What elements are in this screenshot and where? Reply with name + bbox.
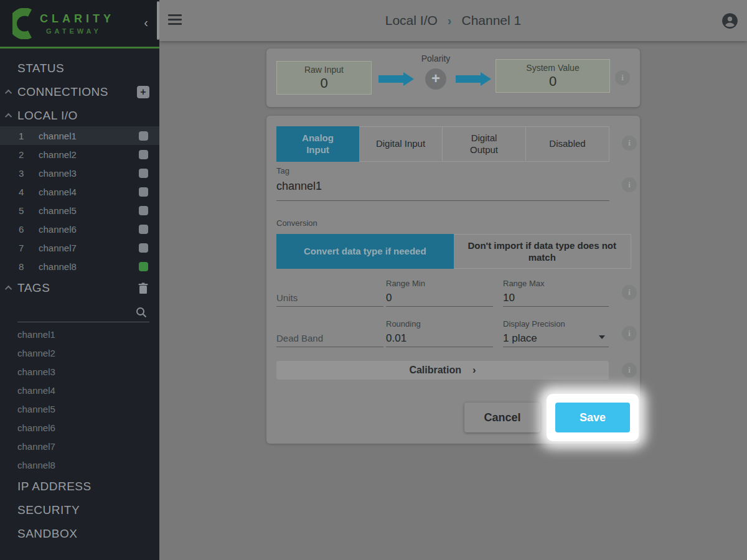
tab-digital-input[interactable]: Digital Input xyxy=(359,127,443,161)
app-root: CLARITY GATEWAY ‹ STATUS CONNECTIONS + L… xyxy=(0,0,747,560)
system-value-value: 0 xyxy=(549,73,557,90)
info-icon[interactable]: i xyxy=(622,177,637,192)
channel-row-6[interactable]: 6 channel6 xyxy=(0,220,159,238)
flow-arrow-icon xyxy=(378,72,414,86)
sidebar-scrollbar[interactable] xyxy=(157,1,159,40)
system-value-label: System Value xyxy=(526,63,579,73)
sidebar-item-ip-address[interactable]: IP ADDRESS xyxy=(0,475,159,498)
tab-analog-input[interactable]: Analog Input xyxy=(276,126,359,162)
tag-list-item[interactable]: channel4 xyxy=(0,381,159,399)
sidebar-item-status[interactable]: STATUS xyxy=(0,57,159,80)
polarity-plus-icon[interactable]: + xyxy=(425,68,446,90)
raw-input-value: 0 xyxy=(320,75,327,91)
sidebar-item-security[interactable]: SECURITY xyxy=(0,498,159,522)
units-field[interactable]: Units xyxy=(276,279,383,307)
channel-status-indicator xyxy=(139,225,148,234)
save-button[interactable]: Save xyxy=(555,403,630,432)
collapse-caret-icon[interactable] xyxy=(5,113,12,120)
sidebar-item-local-io[interactable]: LOCAL I/O xyxy=(0,104,159,128)
cancel-button[interactable]: Cancel xyxy=(464,403,540,432)
channel-row-5[interactable]: 5 channel5 xyxy=(0,201,159,220)
conversion-option-convert[interactable]: Convert data type if needed xyxy=(276,234,454,269)
tag-list-item[interactable]: channel7 xyxy=(0,437,159,455)
channel-status-indicator xyxy=(139,150,148,159)
channel-status-indicator xyxy=(139,206,148,215)
channel-status-indicator xyxy=(139,187,148,197)
channel-row-4[interactable]: 4 channel4 xyxy=(0,182,159,201)
range-max-field[interactable]: Range Max 10 xyxy=(503,279,609,307)
search-input-underline xyxy=(17,322,149,322)
tag-search-field[interactable] xyxy=(0,303,159,322)
top-app-bar: Local I/O › Channel 1 xyxy=(159,0,747,41)
calibration-button[interactable]: Calibration › xyxy=(276,361,609,380)
breadcrumb-current: Channel 1 xyxy=(461,13,521,28)
rounding-field[interactable]: Rounding 0.01 xyxy=(386,319,493,347)
info-icon[interactable]: i xyxy=(622,326,637,341)
info-icon[interactable]: i xyxy=(622,285,637,300)
brand-subtitle: GATEWAY xyxy=(46,27,115,35)
info-icon[interactable]: i xyxy=(622,363,637,378)
menu-icon[interactable] xyxy=(168,14,182,27)
brand-title: CLARITY xyxy=(40,12,115,26)
breadcrumb-parent[interactable]: Local I/O xyxy=(385,13,438,28)
tag-list-item[interactable]: channel5 xyxy=(0,399,159,418)
flow-arrow-icon xyxy=(456,72,491,86)
delete-tags-button[interactable] xyxy=(138,282,148,294)
tab-disabled[interactable]: Disabled xyxy=(526,127,609,161)
tag-field-label: Tag xyxy=(276,166,609,175)
conversion-label: Conversion xyxy=(276,218,317,228)
logo-bar: CLARITY GATEWAY ‹ xyxy=(0,0,159,49)
raw-input-box: Raw Input 0 xyxy=(276,61,372,95)
account-icon[interactable] xyxy=(721,12,738,29)
system-value-box: System Value 0 xyxy=(496,59,610,93)
channel-row-7[interactable]: 7 channel7 xyxy=(0,238,159,257)
tag-list-item[interactable]: channel8 xyxy=(0,455,159,474)
sidebar-item-connections[interactable]: CONNECTIONS + xyxy=(0,80,159,104)
tag-list-item[interactable]: channel6 xyxy=(0,418,159,437)
channel-status-indicator xyxy=(139,243,148,253)
sidebar-collapse-button[interactable]: ‹ xyxy=(144,16,148,29)
dead-band-field[interactable]: Dead Band xyxy=(276,319,383,347)
tag-list-item[interactable]: channel2 xyxy=(0,343,159,362)
polarity-card: Raw Input 0 Polarity + System Value 0 i xyxy=(266,49,640,107)
dropdown-caret-icon xyxy=(599,335,605,339)
sidebar: CLARITY GATEWAY ‹ STATUS CONNECTIONS + L… xyxy=(0,0,159,560)
tag-field[interactable]: Tag channel1 xyxy=(276,166,609,201)
channel-status-indicator xyxy=(139,262,148,271)
search-icon[interactable] xyxy=(136,307,147,318)
channel-row-8[interactable]: 8 channel8 xyxy=(0,257,159,276)
tag-list-item[interactable]: channel3 xyxy=(0,362,159,381)
trash-icon xyxy=(138,282,148,294)
info-icon[interactable]: i xyxy=(622,136,637,151)
add-connection-button[interactable]: + xyxy=(137,86,149,98)
conversion-option-dont-import[interactable]: Don't import if data type does not match xyxy=(454,234,632,269)
sidebar-item-tags[interactable]: TAGS xyxy=(0,276,159,300)
channel-row-1[interactable]: 1 channel1 xyxy=(0,126,159,145)
range-min-field[interactable]: Range Min 0 xyxy=(386,279,493,307)
chevron-right-icon: › xyxy=(472,364,476,376)
tab-digital-output[interactable]: Digital Output xyxy=(443,127,526,161)
channel-type-tabs: Analog Input Digital Input Digital Outpu… xyxy=(276,126,609,162)
channel-status-indicator xyxy=(139,131,148,141)
collapse-caret-icon[interactable] xyxy=(5,90,12,96)
raw-input-label: Raw Input xyxy=(304,65,344,75)
display-precision-select[interactable]: Display Precision 1 place xyxy=(503,319,609,347)
chevron-right-icon: › xyxy=(448,14,452,28)
sidebar-item-sandbox[interactable]: SANDBOX xyxy=(0,522,159,546)
tag-field-value: channel1 xyxy=(276,180,609,193)
info-icon[interactable]: i xyxy=(615,70,630,85)
channel-status-indicator xyxy=(139,169,148,178)
collapse-caret-icon[interactable] xyxy=(5,286,12,292)
polarity-label: Polarity xyxy=(411,54,461,63)
channel-row-2[interactable]: 2 channel2 xyxy=(0,145,159,164)
conversion-toggle: Convert data type if needed Don't import… xyxy=(276,234,631,269)
channel-config-card: Analog Input Digital Input Digital Outpu… xyxy=(266,116,640,444)
channel-row-3[interactable]: 3 channel3 xyxy=(0,164,159,182)
tag-list-item[interactable]: channel1 xyxy=(0,325,159,343)
clarity-logo-icon xyxy=(12,8,32,39)
breadcrumb: Local I/O › Channel 1 xyxy=(385,13,521,28)
